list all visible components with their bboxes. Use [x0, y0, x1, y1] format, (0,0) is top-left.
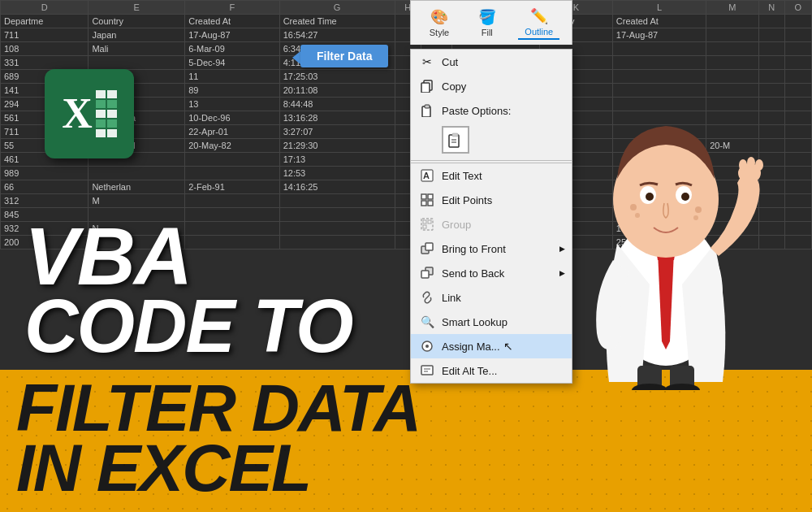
- excel-cell: [96, 90, 106, 98]
- cell: [706, 15, 758, 28]
- menu-item-send-to-back-label: Send to Back: [442, 267, 504, 280]
- menu-item-assign-macro-label: Assign Ma...: [442, 341, 500, 353]
- cell: 17:25:03: [279, 70, 395, 84]
- menu-item-edit-alt[interactable]: Edit Alt Te...: [411, 358, 572, 383]
- cell: [706, 42, 758, 56]
- cell: 89: [185, 84, 279, 98]
- cell: 20:11:08: [279, 84, 395, 98]
- col-header: N: [758, 1, 784, 15]
- col-header: D: [1, 1, 89, 15]
- headline-vba: VBA: [24, 219, 398, 293]
- svg-point-23: [425, 345, 429, 348]
- svg-point-33: [681, 193, 689, 201]
- filter-data-button[interactable]: Filter Data: [300, 45, 388, 67]
- toolbar-tab-outline[interactable]: ✏️ Outline: [518, 6, 559, 40]
- menu-item-link[interactable]: Link: [411, 285, 572, 310]
- cell: 711: [1, 28, 89, 42]
- cell: 5-Dec-94: [185, 56, 279, 70]
- outline-icon: ✏️: [530, 7, 548, 25]
- paste-icon: [419, 102, 435, 119]
- col-header: G: [279, 1, 395, 15]
- cell: [185, 167, 279, 180]
- menu-item-bring-to-front[interactable]: Bring to Front: [411, 236, 572, 261]
- character-illustration: [536, 65, 796, 390]
- svg-text:A: A: [423, 171, 430, 180]
- copy-icon: [419, 78, 435, 94]
- send-to-back-icon: [419, 265, 435, 281]
- cell: 11: [185, 70, 279, 84]
- cell: [758, 15, 784, 28]
- svg-point-44: [632, 384, 667, 390]
- cut-icon: ✂: [419, 54, 435, 70]
- menu-item-assign-macro[interactable]: Assign Ma... ↖: [411, 334, 572, 358]
- cell: 989: [1, 167, 89, 180]
- menu-item-edit-points-label: Edit Points: [442, 194, 492, 206]
- fill-label: Fill: [482, 28, 493, 37]
- cell: [706, 28, 758, 42]
- outline-label: Outline: [525, 27, 553, 37]
- menu-item-edit-alt-label: Edit Alt Te...: [442, 365, 497, 377]
- cell: Netherlan: [89, 180, 185, 194]
- cell: Created Time: [279, 15, 395, 28]
- cell: 21:29:30: [279, 139, 395, 153]
- menu-item-send-to-back[interactable]: Send to Back: [411, 261, 572, 285]
- cell: 16:54:27: [279, 28, 395, 42]
- svg-point-45: [664, 384, 700, 390]
- cell: 2-Feb-91: [185, 180, 279, 194]
- cell: [279, 194, 395, 208]
- fill-icon: 🪣: [478, 8, 496, 26]
- svg-point-32: [646, 193, 654, 201]
- filter-data-arrow: [292, 51, 300, 64]
- cell: [185, 194, 279, 208]
- cell: 6-Mar-09: [185, 42, 279, 56]
- menu-item-smart-lookup-label: Smart Lookup: [442, 316, 508, 328]
- menu-item-bring-to-front-label: Bring to Front: [442, 243, 506, 255]
- svg-rect-15: [423, 220, 426, 223]
- menu-item-smart-lookup[interactable]: 🔍 Smart Lookup: [411, 310, 572, 334]
- paste-box[interactable]: [442, 126, 469, 154]
- menu-item-edit-text-label: Edit Text: [442, 170, 482, 182]
- col-header: E: [89, 1, 185, 15]
- excel-cell: [107, 110, 117, 118]
- menu-item-paste-label: Paste Options:: [442, 105, 511, 117]
- toolbar-tab-fill[interactable]: 🪣 Fill: [472, 7, 503, 39]
- svg-point-37: [693, 215, 698, 220]
- excel-cell: [107, 129, 117, 137]
- menu-item-paste-options[interactable]: Paste Options:: [411, 98, 572, 123]
- cell: 331: [1, 56, 89, 70]
- bottom-text-excel: IN EXCEL: [0, 438, 812, 498]
- menu-item-edit-text[interactable]: A Edit Text: [411, 163, 572, 188]
- cell: 22-Apr-01: [185, 125, 279, 139]
- menu-item-group[interactable]: Group: [411, 212, 572, 236]
- style-label: Style: [430, 28, 449, 37]
- svg-point-39: [739, 159, 747, 171]
- assign-macro-icon: [419, 338, 435, 354]
- link-icon: [419, 289, 435, 306]
- edit-text-icon: A: [419, 167, 435, 184]
- cell: 312: [1, 194, 89, 208]
- bottom-section: FILTER DATA IN EXCEL: [0, 370, 812, 512]
- group-icon: [419, 216, 435, 232]
- toolbar-tab-style[interactable]: 🎨 Style: [423, 7, 456, 39]
- svg-rect-19: [425, 243, 433, 250]
- edit-points-icon: [419, 192, 435, 208]
- cell: [89, 56, 185, 70]
- cell: 13: [185, 98, 279, 111]
- menu-item-edit-points[interactable]: Edit Points: [411, 188, 572, 212]
- svg-point-40: [747, 157, 755, 168]
- svg-rect-17: [423, 225, 426, 228]
- menu-item-copy[interactable]: Copy: [411, 74, 572, 98]
- cell: 14:16:25: [279, 180, 395, 194]
- excel-cell: [107, 119, 117, 128]
- svg-point-35: [635, 213, 640, 218]
- svg-point-36: [695, 206, 702, 213]
- svg-rect-12: [421, 201, 426, 206]
- cell: 17-Aug-87: [612, 28, 706, 42]
- cell: 20-May-82: [185, 139, 279, 153]
- cell: 66: [1, 180, 89, 194]
- headline-area: VBA CODE TO: [24, 219, 398, 360]
- menu-item-cut[interactable]: ✂ Cut: [411, 50, 572, 74]
- cell: [758, 42, 784, 56]
- cursor-indicator: ↖: [503, 340, 513, 353]
- cell: 17-Aug-87: [185, 28, 279, 42]
